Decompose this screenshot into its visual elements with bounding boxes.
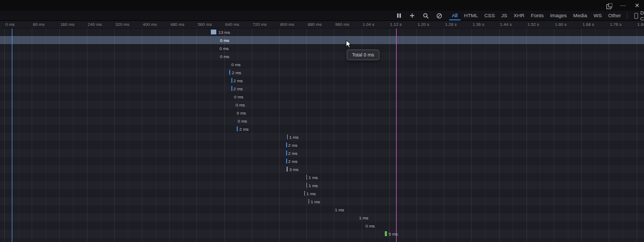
request-row[interactable] — [0, 52, 644, 60]
waterfall-total-label: 0 ms — [365, 224, 375, 229]
ruler-tick-label: 1.04 s — [363, 22, 375, 27]
waterfall-bar[interactable] — [286, 159, 287, 163]
filter-button-css[interactable]: CSS — [481, 11, 497, 20]
request-row[interactable] — [0, 84, 644, 92]
undock-window-icon[interactable] — [602, 0, 616, 11]
waterfall-bar[interactable] — [229, 70, 230, 75]
request-row[interactable] — [0, 230, 644, 238]
waterfall-total-label: 2 ms — [233, 79, 243, 83]
request-row-selected[interactable] — [0, 36, 644, 44]
waterfall-bar[interactable] — [211, 30, 216, 34]
filter-button-images[interactable]: Images — [547, 11, 569, 20]
request-row[interactable] — [0, 173, 644, 181]
filter-button-html[interactable]: HTML — [462, 11, 481, 20]
toolbar-right-group: Disable Cache No Throttling ⚙ — [624, 9, 644, 22]
waterfall-total-label: 0 ms — [234, 95, 243, 99]
waterfall-bar[interactable] — [237, 126, 238, 131]
waterfall-bar[interactable] — [306, 183, 307, 188]
waterfall-total-label: 0 ms — [231, 62, 240, 67]
waterfall-bar[interactable] — [286, 143, 287, 147]
filter-button-other[interactable]: Other — [605, 11, 624, 20]
request-row[interactable] — [0, 205, 644, 213]
ruler-tick-label: 480 ms — [170, 22, 184, 27]
ruler-tick-label: 1.60 s — [555, 22, 567, 27]
ruler-tick-label: 1.12 s — [390, 22, 402, 27]
waterfall-total-label: 2 ms — [288, 159, 297, 164]
waterfall-bar[interactable] — [231, 78, 232, 83]
timeline-ruler: 0 ms80 ms160 ms240 ms320 ms400 ms480 ms5… — [0, 20, 644, 29]
network-toolbar: AllHTMLCSSJSXHRFontsImagesMediaWSOther D… — [0, 11, 644, 21]
waterfall-total-label: 1 ms — [335, 208, 344, 212]
ruler-tick-label: 800 ms — [280, 22, 294, 27]
filter-button-js[interactable]: JS — [499, 11, 510, 20]
ruler-tick-label: 720 ms — [253, 22, 267, 27]
request-row[interactable] — [0, 101, 644, 109]
request-row[interactable] — [0, 133, 644, 141]
request-row[interactable] — [0, 117, 644, 125]
request-row[interactable] — [0, 165, 644, 173]
request-row[interactable] — [0, 238, 644, 242]
waterfall-total-label: 3 ms — [289, 167, 298, 172]
waterfall-total-label: 2 ms — [233, 87, 243, 91]
network-monitor-window: { "titlebar": { "icons": { "menu": "⋯", … — [0, 0, 644, 242]
request-row[interactable] — [0, 68, 644, 76]
toolbar-icon-group — [395, 12, 443, 19]
waterfall-bar[interactable] — [231, 86, 232, 91]
filter-button-fonts[interactable]: Fonts — [528, 11, 546, 20]
ruler-tick-label: 1.52 s — [528, 22, 539, 27]
filter-bar: AllHTMLCSSJSXHRFontsImagesMediaWSOther — [449, 11, 624, 20]
waterfall-bar[interactable] — [287, 134, 288, 139]
ruler-tick-label: 960 ms — [335, 22, 349, 27]
ruler-tick-label: 1.28 s — [445, 22, 457, 27]
filter-button-all[interactable]: All — [449, 11, 460, 20]
filter-button-xhr[interactable]: XHR — [511, 11, 527, 20]
waterfall-total-label: 13 ms — [218, 30, 230, 35]
ruler-tick-label: 1.44 s — [500, 22, 512, 27]
ruler-tick-label: 0 ms — [5, 22, 14, 27]
request-row[interactable] — [0, 189, 644, 197]
request-row[interactable] — [0, 213, 644, 222]
waterfall-total-label: 2 ms — [239, 127, 248, 132]
request-row[interactable] — [0, 197, 644, 205]
waterfall-bar[interactable] — [286, 151, 287, 155]
waterfall-bar[interactable] — [309, 199, 309, 204]
ruler-tick-label: 640 ms — [225, 22, 239, 27]
waterfall-panel[interactable]: 13 ms0 ms0 ms0 ms0 ms2 ms2 ms2 ms0 ms0 m… — [0, 28, 644, 242]
waterfall-bar[interactable] — [385, 231, 387, 236]
filter-button-ws[interactable]: WS — [591, 11, 604, 20]
ruler-tick-label: 1.84 s — [638, 22, 644, 27]
waterfall-total-label: 2 ms — [288, 151, 297, 156]
request-blocking-icon[interactable] — [435, 12, 443, 19]
new-request-icon[interactable] — [408, 12, 416, 19]
waterfall-bar[interactable] — [287, 167, 288, 172]
waterfall-total-label: 0 ms — [237, 111, 246, 116]
filter-button-media[interactable]: Media — [570, 11, 590, 20]
waterfall-total-label: 2 ms — [288, 143, 297, 148]
pause-recording-icon[interactable] — [395, 12, 402, 19]
waterfall-total-label: 1 ms — [309, 175, 318, 180]
request-row[interactable] — [0, 76, 644, 84]
ruler-tick-label: 160 ms — [60, 22, 74, 27]
request-row[interactable] — [0, 92, 644, 101]
request-row[interactable] — [0, 181, 644, 189]
waterfall-bar[interactable] — [304, 191, 305, 196]
waterfall-bar[interactable] — [306, 175, 307, 180]
request-row[interactable] — [0, 109, 644, 117]
request-row[interactable] — [0, 141, 644, 149]
disable-cache-toggle[interactable]: Disable Cache — [634, 10, 644, 22]
disable-cache-checkbox[interactable] — [634, 13, 638, 19]
ruler-tick-label: 560 ms — [197, 22, 211, 27]
search-icon[interactable] — [422, 12, 429, 19]
request-row[interactable] — [0, 222, 644, 230]
request-row[interactable] — [0, 60, 644, 68]
request-row[interactable] — [0, 157, 644, 165]
request-row[interactable] — [0, 149, 644, 157]
waterfall-total-label: 1 ms — [309, 183, 318, 188]
request-row[interactable] — [0, 28, 644, 36]
waterfall-total-label: 0 ms — [220, 54, 229, 59]
waterfall-total-label: 0 ms — [236, 103, 245, 108]
ruler-tick-label: 240 ms — [88, 22, 102, 27]
ruler-tick-label: 80 ms — [33, 22, 45, 27]
request-row[interactable] — [0, 125, 644, 133]
request-row[interactable] — [0, 44, 644, 52]
